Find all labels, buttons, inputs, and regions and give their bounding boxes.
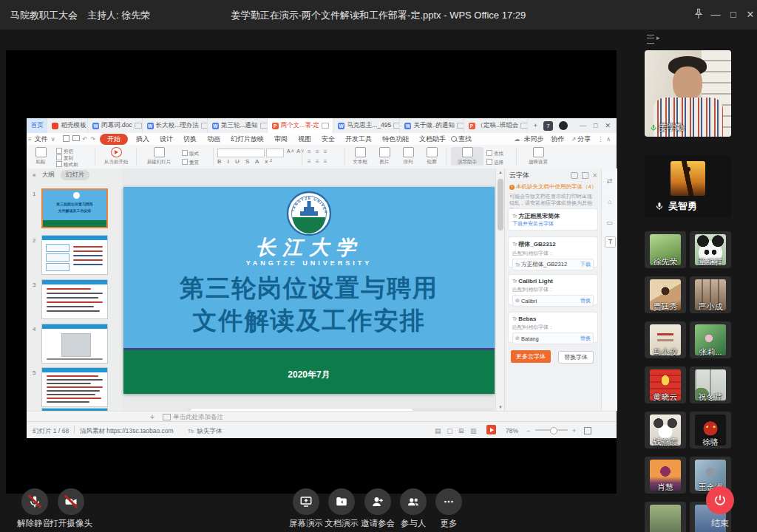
layout-button[interactable]: 版式 bbox=[182, 150, 199, 157]
active-speaker-tile[interactable]: 吴智勇 bbox=[645, 155, 731, 218]
presenter-video[interactable]: 姜学勤 bbox=[645, 50, 731, 137]
menu-doc-assistant[interactable]: 文档助手 bbox=[414, 134, 451, 144]
collapse-sidebar-button[interactable]: ▸ bbox=[647, 33, 662, 44]
wps-account-avatar[interactable] bbox=[559, 121, 568, 130]
home-icon[interactable]: ⌂ bbox=[605, 198, 614, 205]
redo-icon[interactable]: ↷ bbox=[89, 136, 97, 143]
replace-link[interactable]: 替换 bbox=[580, 335, 591, 342]
participant-tile[interactable]: 祝冬芹 bbox=[690, 366, 731, 403]
wps-minimize-button[interactable]: — bbox=[580, 122, 586, 129]
new-slide-plus[interactable]: + bbox=[150, 413, 155, 421]
menu-view[interactable]: 视图 bbox=[293, 134, 316, 144]
wps-tab-doc5[interactable]: W关于做..的通知 bbox=[400, 118, 464, 133]
reset-button[interactable]: 重置 bbox=[182, 159, 199, 166]
participant-tile[interactable]: 张莉... bbox=[690, 321, 731, 358]
wps-tab-doc2[interactable]: W长大校...理办法 bbox=[143, 118, 208, 133]
collapse-ribbon-icon[interactable]: ∧ bbox=[605, 136, 617, 143]
print-icon[interactable] bbox=[71, 135, 81, 143]
unmute-button[interactable] bbox=[21, 488, 48, 515]
menu-design[interactable]: 设计 bbox=[155, 134, 178, 144]
download-link[interactable]: 下载 bbox=[580, 261, 591, 268]
new-slide-button[interactable]: 新建幻灯片 bbox=[140, 147, 177, 166]
properties-icon[interactable]: ⇄ bbox=[605, 177, 614, 185]
format-painter-button[interactable]: 格式刷 bbox=[56, 161, 78, 168]
menu-slideshow[interactable]: 幻灯片放映 bbox=[225, 134, 269, 144]
participants-button[interactable] bbox=[400, 488, 427, 515]
hamburger-icon[interactable]: ≡ bbox=[27, 136, 33, 143]
wps-close-button[interactable]: ✕ bbox=[605, 122, 611, 129]
arrange-button[interactable]: 排列 bbox=[398, 147, 418, 166]
find-button[interactable]: 查找 bbox=[486, 150, 503, 157]
select-button[interactable]: 选择 bbox=[486, 159, 503, 166]
pin-icon[interactable] bbox=[692, 7, 705, 23]
font-format-row[interactable]: B I U S A x² bbox=[217, 158, 274, 165]
wps-maximize-button[interactable]: □ bbox=[594, 122, 597, 129]
view-browse-icon[interactable]: ▥ bbox=[470, 427, 477, 434]
participant-tile[interactable]: 严小成 bbox=[690, 276, 731, 313]
minimize-button[interactable]: — bbox=[707, 8, 724, 21]
invite-button[interactable] bbox=[364, 488, 391, 515]
participant-tile[interactable]: 马小佼 bbox=[645, 321, 686, 358]
replace-font-button[interactable]: 替换字体 bbox=[558, 351, 594, 364]
wps-tab-docer[interactable]: 稻壳模板 bbox=[47, 118, 88, 133]
maximize-button[interactable]: □ bbox=[725, 8, 741, 21]
menu-devtools[interactable]: 开发工具 bbox=[340, 134, 377, 144]
wps-tab-doc3[interactable]: W第三轮...通知 bbox=[208, 118, 268, 133]
view-grid-icon[interactable]: ⊞ bbox=[458, 427, 464, 434]
menu-search[interactable]: 查找 bbox=[458, 134, 475, 144]
panel-close-icon[interactable]: ✕ bbox=[592, 172, 597, 179]
zoom-out-icon[interactable]: − bbox=[526, 427, 530, 434]
download-install-link[interactable]: 下载并安装云字体 bbox=[512, 220, 594, 228]
menu-animation[interactable]: 动画 bbox=[202, 134, 225, 144]
zoom-level[interactable]: 78% bbox=[506, 427, 518, 434]
menu-file[interactable]: 文件 bbox=[33, 134, 50, 144]
menu-transition[interactable]: 切换 bbox=[178, 134, 202, 144]
zoom-in-icon[interactable]: + bbox=[572, 427, 576, 434]
more-button[interactable] bbox=[435, 488, 462, 515]
participant-tile[interactable]: 童继祥 bbox=[690, 231, 731, 268]
sync-status[interactable]: 未同步 bbox=[521, 134, 546, 144]
save-icon[interactable] bbox=[61, 135, 71, 143]
current-slide[interactable]: YANGTZE UNIVERSITY 长江大学 YANGTZE UNIVERSI… bbox=[123, 187, 495, 394]
doc-share-button[interactable] bbox=[328, 488, 355, 515]
fit-window-icon[interactable] bbox=[584, 427, 591, 434]
slide-thumbnail-3[interactable] bbox=[41, 279, 108, 319]
play-slideshow-button[interactable] bbox=[486, 425, 496, 434]
slides-tab[interactable]: 幻灯片 bbox=[61, 170, 90, 180]
zoom-slider[interactable] bbox=[535, 429, 568, 431]
screen-share-button[interactable] bbox=[293, 488, 319, 515]
font-tool-icon[interactable]: T bbox=[605, 236, 616, 248]
menu-review[interactable]: 审阅 bbox=[269, 134, 293, 144]
view-normal-icon[interactable]: ▤ bbox=[435, 427, 441, 434]
participant-tile-partial[interactable] bbox=[645, 502, 686, 532]
font-name-box[interactable] bbox=[217, 149, 265, 157]
chat-icon[interactable]: ▭ bbox=[605, 219, 614, 226]
image-button[interactable]: 图片 bbox=[374, 147, 395, 166]
wps-tab-home[interactable]: 首页 bbox=[27, 118, 47, 133]
dock-icon[interactable] bbox=[582, 172, 588, 179]
list-align-row2[interactable]: ≡ ≡ ≡ bbox=[308, 158, 328, 165]
participant-tile[interactable]: 黄晓云 bbox=[645, 366, 686, 403]
paste-button[interactable]: 粘贴 bbox=[30, 147, 52, 166]
scroll-down-icon[interactable]: ▼ bbox=[498, 405, 503, 409]
participant-tile[interactable]: 肖慧 bbox=[645, 457, 686, 494]
slide-thumbnail-5[interactable] bbox=[41, 367, 108, 407]
notes-bar[interactable]: + 单击此处添加备注 bbox=[27, 411, 617, 422]
slide-thumbnail-1[interactable]: 第三轮岗位设置与聘用 文件解读及工作安排 bbox=[41, 188, 108, 228]
match-font-row[interactable]: ⊘Batang替换 bbox=[512, 332, 594, 344]
play-from-current-button[interactable]: 从当前开始 bbox=[99, 147, 133, 166]
slide-thumbnail-2[interactable] bbox=[41, 235, 108, 275]
font-size-box[interactable] bbox=[266, 149, 284, 157]
material-link[interactable]: 清风素材 https://13sc.taobao.com bbox=[80, 427, 174, 436]
tab-count-badge[interactable]: 7 bbox=[543, 121, 553, 131]
undo-icon[interactable]: ↶ bbox=[81, 136, 89, 143]
new-tab-button[interactable]: + bbox=[534, 122, 537, 129]
match-font-row[interactable]: ⊘Calibri替换 bbox=[512, 295, 594, 307]
outline-button[interactable]: 轮廓 bbox=[421, 147, 442, 166]
menu-security[interactable]: 安全 bbox=[316, 134, 340, 144]
wps-tab-doc1[interactable]: W闭幕词.doc bbox=[88, 118, 142, 133]
close-button[interactable]: ✕ bbox=[742, 8, 757, 21]
missing-font-status[interactable]: Tb 缺失字体 bbox=[188, 427, 223, 436]
menu-start[interactable]: 开始 bbox=[100, 134, 128, 145]
replace-link[interactable]: 替换 bbox=[580, 297, 591, 304]
